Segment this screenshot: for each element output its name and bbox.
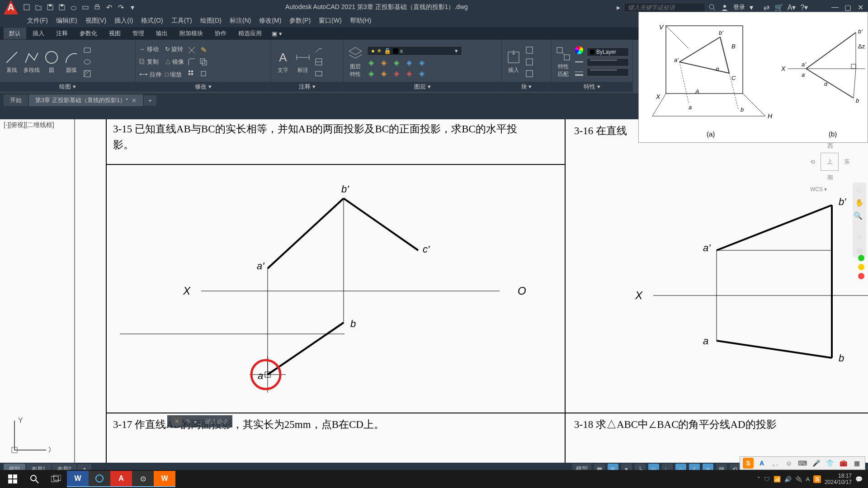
arc-tool[interactable]: 圆弧 (63, 49, 80, 74)
ellipse-icon[interactable] (83, 58, 91, 66)
tab-manage[interactable]: 管理 (127, 28, 150, 39)
appstore-icon[interactable]: A▾ (788, 3, 796, 11)
linetype-drop[interactable] (587, 58, 629, 66)
tab-extras[interactable]: ▣ ▾ (268, 28, 286, 39)
text-tool[interactable]: A 文字 (275, 49, 291, 74)
layer-tool-7[interactable]: ◈ (380, 69, 388, 77)
qat-dropdown-icon[interactable]: ▾ (128, 3, 137, 11)
cloud-icon[interactable] (70, 3, 78, 11)
ime-skin-icon[interactable]: 👕 (824, 458, 835, 469)
tab-addins[interactable]: 附加模块 (174, 28, 208, 39)
stretch-tool[interactable]: ⟷ 拉伸 (139, 70, 161, 79)
copy-tool[interactable]: ⿻ 复制 (139, 58, 161, 66)
insert-block-tool[interactable]: 插入 (505, 49, 522, 74)
task-wps[interactable]: W (154, 471, 175, 487)
vc-south-rot[interactable]: ⟲ (810, 159, 815, 165)
ime-toolbar[interactable]: S A , . ☺ ⌨ 🎤 👕 🧰 ▦ (740, 456, 865, 470)
vc-wcs[interactable]: WCS ▾ (810, 186, 850, 192)
menu-dim[interactable]: 标注(N) (230, 17, 251, 25)
color-bylayer-drop[interactable]: ByLayer (587, 47, 629, 56)
highlight-icon[interactable]: ✎ (199, 46, 208, 54)
cart-icon[interactable]: 🛒 (775, 3, 783, 11)
tab-default[interactable]: 默认 (4, 28, 26, 39)
print-icon[interactable] (93, 3, 101, 11)
ime-keyboard-icon[interactable]: ⌨ (797, 458, 808, 469)
tray-chevron-icon[interactable]: ˄ (757, 476, 760, 483)
tray-volume-icon[interactable]: 🔊 (784, 476, 792, 483)
linetype-icon[interactable] (575, 58, 583, 66)
layer-tool-5[interactable]: ◈ (418, 58, 426, 66)
vc-south[interactable]: 南 (810, 174, 850, 182)
minimize-icon[interactable]: — (831, 3, 839, 11)
ime-lang-icon[interactable]: A (756, 458, 767, 469)
rotate-tool[interactable]: ↻ 旋转 (165, 45, 184, 53)
panel-annotation-title[interactable]: 注释 ▾ (271, 82, 343, 92)
nav-orbit-icon[interactable]: ⟳ (857, 233, 863, 242)
save-icon[interactable] (46, 3, 54, 11)
search-icon[interactable] (708, 3, 716, 11)
cmd-tool-icon[interactable]: ✎ (186, 418, 191, 425)
layer-tool-1[interactable]: ◈ (367, 58, 375, 66)
block-attr-icon[interactable] (525, 70, 533, 78)
tray-security-icon[interactable]: 🛡 (764, 476, 770, 483)
layer-props-tool[interactable]: 图层 特性 (347, 46, 363, 78)
block-create-icon[interactable] (525, 46, 533, 54)
fillet-icon[interactable] (188, 58, 196, 66)
nav-show-icon[interactable]: ▦ (856, 246, 863, 255)
file-tab-close-icon[interactable]: ✕ (132, 97, 137, 104)
login-dropdown-icon[interactable]: ▾ (750, 3, 753, 12)
taskview-button[interactable] (45, 471, 67, 487)
cmd-close-icon[interactable]: ✕ (172, 417, 182, 426)
ime-punct-icon[interactable]: , . (770, 458, 781, 469)
task-autocad[interactable]: A (110, 471, 132, 487)
task-cortana[interactable] (89, 471, 110, 487)
tray-ime-a-icon[interactable]: A (806, 476, 810, 483)
tab-featured[interactable]: 精选应用 (233, 28, 267, 39)
tray-clock[interactable]: 18:17 2024/10/17 (825, 473, 852, 485)
layer-tool-8[interactable]: ◈ (392, 69, 401, 77)
rect-icon[interactable] (83, 46, 91, 54)
menu-edit[interactable]: 编辑(E) (56, 17, 77, 25)
file-tab-1[interactable]: 第3章 正投影基础（直线的投影1）* ✕ (29, 94, 143, 106)
cloud-ann-icon[interactable] (315, 70, 323, 78)
ucs-icon[interactable]: Y X (5, 414, 51, 459)
layer-tool-3[interactable]: ◈ (392, 58, 401, 66)
task-word[interactable]: W (67, 471, 89, 487)
user-icon[interactable] (721, 3, 729, 11)
overlay-reference[interactable]: V a' b' B A α C X H a b (a) X a' b' Δz α… (638, 12, 868, 143)
menu-param[interactable]: 参数(P) (289, 17, 311, 25)
dim-tool[interactable]: 标注 (295, 49, 311, 74)
close-icon[interactable]: ✕ (856, 3, 864, 11)
command-line[interactable]: ✕ ✎ ▸_ 键入命令 (167, 415, 232, 427)
task-recorder[interactable]: ⊙ (132, 471, 154, 487)
search-input[interactable] (624, 3, 705, 12)
search-button[interactable] (24, 471, 45, 487)
start-button[interactable] (2, 471, 24, 487)
tab-view[interactable]: 视图 (104, 28, 126, 39)
ime-menu-icon[interactable]: ▦ (851, 458, 862, 469)
maximize-icon[interactable]: ▢ (844, 3, 852, 11)
line-tool[interactable]: 直线 (4, 49, 20, 74)
lineweight-icon[interactable] (575, 70, 583, 78)
saveas-icon[interactable] (58, 3, 66, 11)
layer-tool-2[interactable]: ◈ (380, 58, 388, 66)
menu-view[interactable]: 视图(V) (85, 17, 107, 25)
menu-window[interactable]: 窗口(W) (319, 17, 342, 25)
menu-modify[interactable]: 修改(M) (259, 17, 281, 25)
layer-tool-4[interactable]: ◈ (405, 58, 413, 66)
tray-notifications-icon[interactable]: 💬 (855, 476, 863, 483)
block-edit-icon[interactable] (525, 58, 533, 66)
mirror-tool[interactable]: △ 镜像 (165, 58, 184, 66)
move-tool[interactable]: ↔ 移动 (139, 45, 161, 53)
file-tab-new[interactable]: + (144, 95, 156, 106)
scale-tool[interactable]: □ 缩放 (165, 70, 184, 79)
lineweight-drop[interactable] (587, 68, 629, 76)
layer-tool-10[interactable]: ◈ (418, 69, 426, 77)
array-icon[interactable] (188, 70, 196, 78)
panel-modify-title[interactable]: 修改 ▾ (136, 82, 271, 92)
nav-wheel-icon[interactable]: ◎ (856, 185, 863, 194)
vc-top[interactable]: 上 (821, 153, 839, 171)
viewcube[interactable]: 西 ⟲ 上 东 南 WCS ▾ (810, 142, 850, 192)
match-props-tool[interactable]: 特性 匹配 (555, 46, 571, 78)
vc-east[interactable]: 东 (844, 158, 850, 166)
